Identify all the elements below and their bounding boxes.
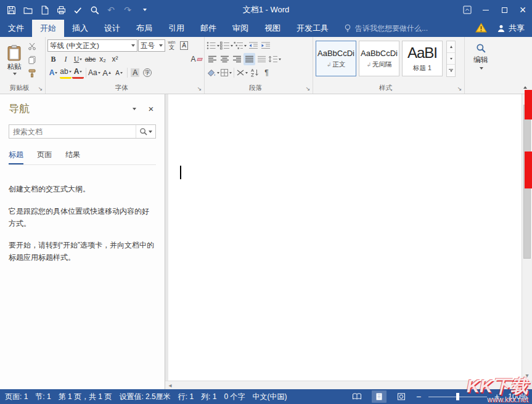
ribbon-display-options-button[interactable] [458, 0, 477, 20]
align-left-button[interactable] [207, 53, 218, 65]
scroll-right-arrow[interactable] [512, 381, 522, 389]
styles-dialog-launcher[interactable] [456, 86, 463, 92]
status-line[interactable]: 行: 1 [178, 392, 194, 402]
nav-pane-close-button[interactable] [146, 104, 156, 114]
copy-button[interactable] [27, 54, 43, 66]
minimize-button[interactable] [477, 0, 495, 20]
scroll-left-arrow[interactable] [165, 381, 175, 389]
maximize-button[interactable] [495, 0, 514, 20]
multilevel-list-button[interactable] [234, 39, 247, 52]
strikethrough-button[interactable]: abc [84, 53, 96, 65]
cut-button[interactable] [27, 40, 43, 52]
zoom-slider[interactable] [428, 392, 487, 401]
tab-design[interactable]: 设计 [96, 20, 128, 37]
numbering-button[interactable] [220, 39, 233, 52]
share-button[interactable]: 共享 [497, 23, 525, 34]
print-icon[interactable] [56, 5, 66, 15]
nav-pane-options-button[interactable] [129, 104, 139, 114]
nav-tab-headings[interactable]: 标题 [9, 150, 23, 164]
close-button[interactable] [514, 0, 532, 20]
paste-button[interactable]: 粘贴 [2, 39, 27, 81]
styles-scroll-down-button[interactable] [447, 53, 455, 65]
warning-button[interactable] [475, 23, 487, 34]
status-vertical-position[interactable]: 设置值: 2.5厘米 [119, 392, 170, 402]
font-name-combobox[interactable]: 等线 (中文正文) [47, 39, 137, 52]
status-word-count[interactable]: 0 个字 [224, 392, 245, 402]
tab-developer[interactable]: 开发工具 [289, 20, 337, 37]
font-size-combobox[interactable]: 五号 [138, 39, 165, 52]
font-dialog-launcher[interactable] [196, 86, 203, 92]
decrease-indent-button[interactable] [247, 39, 259, 52]
style-heading1[interactable]: AaBI 标题 1 [402, 41, 443, 76]
bullets-button[interactable] [207, 39, 219, 52]
web-layout-button[interactable] [394, 390, 409, 403]
open-icon[interactable] [23, 5, 33, 15]
paragraph-dialog-launcher[interactable] [305, 86, 311, 92]
spelling-icon[interactable] [73, 5, 83, 15]
new-document-icon[interactable] [39, 5, 49, 15]
grow-font-button[interactable]: A [101, 67, 113, 79]
highlight-button[interactable]: ab [60, 67, 72, 79]
change-case-button[interactable]: Aa [88, 67, 100, 79]
tab-review[interactable]: 审阅 [224, 20, 256, 37]
nav-tab-results[interactable]: 结果 [65, 150, 80, 164]
vertical-scrollbar[interactable] [522, 94, 532, 381]
style-no-spacing[interactable]: AaBbCcDi ↲无间隔 [359, 41, 399, 76]
search-magnifier-button[interactable] [136, 125, 155, 138]
status-language[interactable]: 中文(中国) [252, 392, 287, 402]
customize-qat-arrow-icon[interactable] [139, 5, 149, 15]
clear-formatting-button[interactable]: A [190, 53, 202, 65]
clipboard-dialog-launcher[interactable] [37, 86, 44, 92]
sort-button[interactable] [248, 67, 260, 79]
phonetic-guide-button[interactable]: wén文 [166, 39, 178, 52]
increase-indent-button[interactable] [260, 39, 271, 52]
line-spacing-button[interactable] [268, 53, 281, 65]
character-border-button[interactable]: A [178, 39, 190, 52]
save-icon[interactable] [6, 5, 16, 15]
redo-icon[interactable] [123, 5, 133, 15]
align-center-button[interactable] [219, 53, 231, 65]
distribute-button[interactable] [256, 53, 268, 65]
tab-insert[interactable]: 插入 [64, 20, 96, 37]
undo-icon[interactable] [106, 5, 116, 15]
search-input[interactable] [9, 127, 136, 136]
collapse-ribbon-button[interactable] [523, 86, 527, 89]
shading-button[interactable] [207, 67, 219, 79]
zoom-slider-thumb[interactable] [456, 393, 459, 400]
styles-scroll-up-button[interactable] [447, 41, 455, 53]
tab-view[interactable]: 视图 [256, 20, 289, 37]
format-painter-button[interactable] [27, 67, 43, 79]
nav-tab-pages[interactable]: 页面 [37, 150, 52, 164]
shrink-font-button[interactable]: A [113, 67, 125, 79]
print-layout-button[interactable] [372, 390, 387, 403]
character-shading-button[interactable]: A [129, 67, 141, 79]
align-right-button[interactable] [231, 53, 243, 65]
borders-button[interactable] [220, 67, 232, 79]
enclose-characters-button[interactable]: 字 [142, 67, 153, 79]
styles-more-button[interactable] [447, 65, 455, 76]
editing-button[interactable]: 编辑 [467, 39, 495, 84]
zoom-in-button[interactable] [494, 392, 499, 402]
underline-button[interactable]: U [72, 53, 84, 65]
horizontal-scrollbar[interactable] [165, 381, 522, 389]
read-mode-button[interactable] [350, 390, 364, 403]
font-color-button[interactable]: A [72, 67, 84, 79]
zoom-out-button[interactable] [416, 392, 421, 402]
tab-layout[interactable]: 布局 [128, 20, 160, 37]
find-icon[interactable] [89, 5, 99, 15]
status-column[interactable]: 列: 1 [201, 392, 216, 402]
show-hide-marks-button[interactable] [261, 67, 272, 79]
style-normal[interactable]: AaBbCcDi ↲正文 [316, 41, 356, 76]
status-page-of-total[interactable]: 第 1 页，共 1 页 [59, 392, 112, 402]
tab-references[interactable]: 引用 [160, 20, 192, 37]
superscript-button[interactable]: x² [109, 53, 121, 65]
status-section[interactable]: 节: 1 [35, 392, 51, 402]
tab-file[interactable]: 文件 [0, 20, 32, 37]
subscript-button[interactable]: x₂ [97, 53, 108, 65]
zoom-level[interactable]: 100% [508, 392, 527, 401]
tell-me-box[interactable]: 告诉我您想要做什么... [344, 20, 428, 37]
bold-button[interactable]: B [47, 53, 59, 65]
asian-layout-button[interactable] [236, 67, 248, 79]
justify-button[interactable] [243, 53, 255, 65]
tab-mailings[interactable]: 邮件 [192, 20, 224, 37]
